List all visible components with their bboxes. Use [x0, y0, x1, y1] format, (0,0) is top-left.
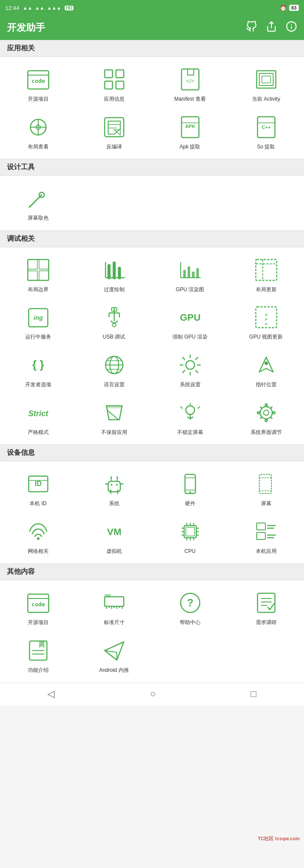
item-strict-mode[interactable]: Strict 严格模式: [0, 394, 76, 441]
strict-mode-label: 严格模式: [28, 429, 49, 436]
item-decompile[interactable]: ··· 反编译: [76, 108, 152, 156]
svg-line-103: [271, 407, 272, 408]
language-label: 语言设置: [104, 381, 125, 388]
svg-point-130: [37, 537, 40, 540]
item-no-keep-app[interactable]: 不保留应用: [76, 394, 152, 441]
svg-line-104: [260, 417, 262, 419]
so-label: So 提取: [257, 144, 275, 151]
help-icon: ?: [176, 589, 204, 617]
item-layout-view[interactable]: 布局查看: [0, 108, 76, 156]
item-manifest[interactable]: </> Manifest 查看: [152, 60, 228, 108]
item-gpu-view-update[interactable]: G P U GPU 视图更新: [228, 298, 304, 346]
nav-home[interactable]: ○: [150, 688, 155, 700]
status-bar: 12:44 ▲▲ .▲▲. ▲▲▲ HD ⏰ 83: [0, 0, 304, 16]
svg-text:ID: ID: [35, 480, 42, 487]
screen-label: 屏幕: [261, 500, 271, 507]
item-layout-border[interactable]: 布局边界: [0, 251, 76, 299]
svg-text:···: ···: [112, 129, 116, 133]
item-so[interactable]: C++ So 提取: [228, 108, 304, 156]
item-network[interactable]: 网络相关: [0, 513, 76, 560]
svg-point-88: [186, 406, 195, 414]
network-icon: [24, 518, 52, 546]
svg-point-83: [264, 362, 268, 365]
item-survey[interactable]: 需求调研: [228, 584, 304, 631]
item-intro[interactable]: 功能介绍: [0, 631, 76, 679]
item-cpu[interactable]: CPU: [152, 513, 228, 560]
section-header-other: 其他内容: [0, 563, 304, 580]
svg-text:?: ?: [187, 597, 193, 608]
item-system-settings[interactable]: 系统设置: [152, 346, 228, 394]
item-local-apps[interactable]: 本机应用: [228, 513, 304, 560]
svg-rect-14: [259, 73, 273, 85]
opensource-label: 开源项目: [28, 96, 49, 103]
survey-icon: [252, 589, 280, 617]
github-icon[interactable]: [246, 21, 257, 35]
item-opensource[interactable]: code 开源项目: [0, 60, 76, 108]
vm-label: 虚拟机: [106, 548, 122, 555]
item-force-gpu[interactable]: GPU 强制 GPU 渲染: [152, 298, 228, 346]
svg-rect-50: [196, 268, 199, 278]
item-apk[interactable]: APK Apk 提取: [152, 108, 228, 156]
nav-back[interactable]: ◁: [47, 688, 55, 700]
info-icon[interactable]: [286, 21, 297, 35]
item-pointer-location[interactable]: 指针位置: [228, 346, 304, 394]
standard-size-icon: [100, 589, 128, 617]
svg-line-82: [182, 370, 185, 373]
hardware-icon: [176, 470, 204, 498]
item-gpu-render[interactable]: GPU 渲染图: [152, 251, 228, 299]
svg-line-80: [195, 370, 198, 373]
item-standard-size[interactable]: 标准尺寸: [76, 584, 152, 631]
item-language[interactable]: 语言设置: [76, 346, 152, 394]
svg-rect-133: [186, 527, 195, 536]
pointer-location-icon: [252, 351, 280, 379]
svg-rect-35: [28, 260, 49, 280]
item-system-info[interactable]: 系统: [76, 465, 152, 513]
item-opensource2[interactable]: code 开源项目: [0, 584, 76, 631]
item-colorpicker[interactable]: 屏幕取色: [0, 179, 76, 227]
force-gpu-icon: GPU: [176, 303, 204, 331]
item-appinfo[interactable]: 应用信息: [76, 60, 152, 108]
gpu-render-icon: [176, 256, 204, 284]
item-usb-debug[interactable]: USB 调试: [76, 298, 152, 346]
item-screen[interactable]: 屏幕: [228, 465, 304, 513]
svg-point-121: [110, 477, 112, 478]
activity-label: 当前 Activity: [252, 96, 280, 103]
item-ui-adjust[interactable]: 系统界面调节: [228, 394, 304, 441]
time: 12:44: [5, 5, 20, 11]
no-keep-app-label: 不保留应用: [101, 429, 127, 436]
local-apps-label: 本机应用: [256, 548, 277, 555]
item-hardware[interactable]: 硬件: [152, 465, 228, 513]
usb-debug-icon: [100, 303, 128, 331]
main-content: 应用相关 code 开源项目 应用信息: [0, 40, 304, 683]
help-label: 帮助中心: [180, 619, 201, 626]
svg-marker-171: [39, 641, 44, 648]
layout-border-icon: [24, 256, 52, 284]
strict-mode-icon: Strict: [24, 399, 52, 427]
item-device-id[interactable]: ID 本机 ID: [0, 465, 76, 513]
section-header-device: 设备信息: [0, 444, 304, 461]
item-android-refer[interactable]: Android 内推: [76, 631, 152, 679]
svg-rect-39: [39, 271, 49, 280]
item-overdraw[interactable]: 过度绘制: [76, 251, 152, 299]
intro-icon: [24, 637, 52, 664]
item-no-lock-screen[interactable]: 不锁定屏幕: [152, 394, 228, 441]
svg-line-31: [32, 195, 42, 204]
share-icon[interactable]: [266, 21, 277, 35]
android-refer-label: Android 内推: [99, 667, 129, 674]
nav-recent[interactable]: □: [251, 688, 256, 700]
dev-options-icon: { }: [24, 351, 52, 379]
svg-rect-8: [116, 70, 124, 78]
gpu-view-update-label: GPU 视图更新: [249, 334, 283, 341]
item-running-service[interactable]: ing 运行中服务: [0, 298, 76, 346]
layout-view-label: 布局查看: [28, 144, 49, 151]
item-vm[interactable]: VM 虚拟机: [76, 513, 152, 560]
status-left: 12:44 ▲▲ .▲▲. ▲▲▲ HD: [5, 5, 73, 11]
item-layout-update[interactable]: 布局更新: [228, 251, 304, 299]
pointer-location-label: 指针位置: [256, 381, 277, 388]
standard-size-label: 标准尺寸: [104, 619, 125, 626]
item-help[interactable]: ? 帮助中心: [152, 584, 228, 631]
item-dev-options[interactable]: { } 开发者选项: [0, 346, 76, 394]
item-activity[interactable]: 当前 Activity: [228, 60, 304, 108]
svg-rect-15: [262, 76, 271, 83]
svg-rect-149: [257, 533, 265, 539]
